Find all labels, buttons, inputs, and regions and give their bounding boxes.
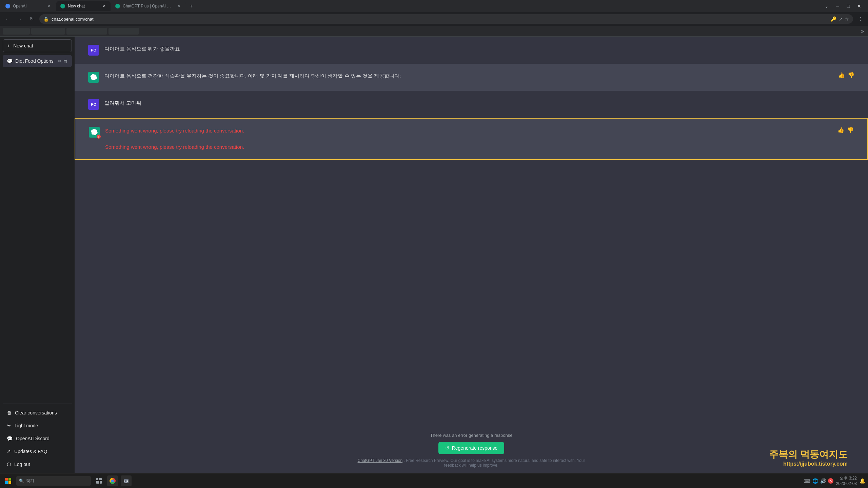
map-taskbar-icon[interactable] — [121, 475, 132, 486]
svg-rect-4 — [96, 478, 98, 480]
browser-chrome: OpenAI ✕ New chat ✕ ChatGPT Plus | OpenA… — [0, 0, 868, 37]
key-icon[interactable]: 🔑 — [831, 16, 836, 22]
message-row-error: ! Something went wrong, please try reloa… — [75, 118, 868, 160]
user-avatar-2: PO — [88, 99, 99, 110]
bookmark-4[interactable] — [108, 28, 139, 35]
taskbar-search[interactable]: 🔍 찾기 — [16, 476, 91, 486]
new-tab-button[interactable]: + — [186, 1, 196, 11]
svg-rect-14 — [127, 481, 128, 482]
error-line-1: Something went wrong, please try reloadi… — [105, 127, 832, 135]
minimize-icon[interactable]: ─ — [833, 1, 842, 11]
logout-label: Log out — [14, 462, 30, 467]
user-avatar-1: PO — [88, 45, 99, 56]
updates-faq-button[interactable]: ↗ Updates & FAQ — [3, 445, 72, 458]
back-button[interactable]: ← — [3, 14, 12, 24]
refresh-button[interactable]: ↻ — [27, 14, 37, 24]
taskview-icon — [96, 478, 102, 484]
light-mode-button[interactable]: ☀ Light mode — [3, 420, 72, 432]
light-mode-icon: ☀ — [7, 423, 11, 428]
tab-new-chat[interactable]: New chat ✕ — [56, 1, 111, 11]
regenerate-button[interactable]: ↺ Regenerate response — [438, 442, 505, 454]
svg-rect-1 — [8, 478, 11, 481]
chat-icon: 💬 — [7, 58, 13, 64]
discord-button[interactable]: 💬 OpenAI Discord — [3, 432, 72, 445]
system-tray-icons: ⌨ 🌐 🔊 ✕ — [804, 478, 833, 484]
footer-link[interactable]: ChatGPT Jan 30 Version — [358, 458, 403, 463]
error-message-actions: 👍 👎 — [837, 127, 854, 133]
keyboard-icon: ⌨ — [804, 478, 810, 484]
close-window-icon[interactable]: ✕ — [854, 1, 864, 11]
tab-nav-icons: ⌄ ─ □ ✕ — [822, 1, 867, 11]
error-line-2: Something went wrong, please try reloadi… — [105, 143, 832, 151]
bot-avatar-2: ! — [89, 127, 100, 138]
updates-icon: ↗ — [7, 449, 11, 454]
address-icons: 🔑 ↗ ☆ — [831, 16, 849, 22]
discord-icon: 💬 — [7, 436, 13, 441]
thumbs-up-icon-2[interactable]: 👍 — [837, 127, 844, 133]
clear-label: Clear conversations — [15, 410, 57, 415]
taskbar-search-text: 찾기 — [26, 478, 34, 484]
bookmark-2[interactable] — [31, 28, 65, 35]
svg-rect-11 — [127, 480, 128, 481]
edit-chat-icon[interactable]: ✏ — [58, 58, 62, 64]
openai-logo-svg — [90, 74, 97, 81]
thumbs-up-icon-1[interactable]: 👍 — [838, 72, 845, 78]
tab-chatgpt-plus[interactable]: ChatGPT Plus | OpenAI Help Ce… ✕ — [111, 1, 186, 11]
network-icon: 🌐 — [812, 478, 818, 484]
tab3-close[interactable]: ✕ — [176, 3, 182, 9]
bookmark-1[interactable] — [3, 28, 30, 35]
address-bar[interactable]: 🔒 chat.openai.com/chat 🔑 ↗ ☆ — [39, 14, 853, 24]
message-content-2: 다이어트 음식으로 건강한 식습관을 유지하는 것이 중요합니다. 아래 몇 가… — [104, 72, 833, 80]
message-content-3: 알려줘서 고마워 — [104, 99, 854, 107]
svg-rect-2 — [5, 481, 8, 484]
clear-conversations-button[interactable]: 🗑 Clear conversations — [3, 407, 72, 419]
messages-container: PO 다이어트 음식으로 뭐가 좋을까요 다이어트 음식으로 건강한 식습관을 … — [75, 37, 868, 427]
notification-close[interactable]: ✕ — [828, 478, 833, 484]
tab3-favicon — [115, 4, 120, 8]
address-bar-row: ← → ↻ 🔒 chat.openai.com/chat 🔑 ↗ ☆ ⋮ — [0, 12, 868, 26]
updates-label: Updates & FAQ — [14, 449, 47, 454]
bookmarks-bar: » — [0, 26, 868, 37]
tab-list-icon[interactable]: ⌄ — [822, 1, 831, 11]
regenerate-label: Regenerate response — [452, 445, 498, 451]
date-display: 2023-02-03 — [836, 481, 857, 486]
svg-rect-9 — [124, 480, 125, 481]
sidebar: + New chat 💬 Diet Food Options ✏ 🗑 🗑 Cle… — [0, 37, 75, 473]
tab1-close[interactable]: ✕ — [46, 3, 52, 9]
bookmark-3[interactable] — [66, 28, 107, 35]
start-button[interactable] — [3, 475, 14, 486]
thumbs-down-icon-2[interactable]: 👎 — [847, 127, 854, 133]
logout-button[interactable]: ⬡ Log out — [3, 458, 72, 470]
forward-button[interactable]: → — [15, 14, 24, 24]
extensions-icon[interactable]: ⋮ — [856, 14, 865, 24]
svg-rect-7 — [100, 481, 102, 484]
message-row-user-1: PO 다이어트 음식으로 뭐가 좋을까요 — [75, 37, 868, 64]
address-text: chat.openai.com/chat — [52, 17, 94, 22]
message-row-assistant-1: 다이어트 음식으로 건강한 식습관을 유지하는 것이 중요합니다. 아래 몇 가… — [75, 64, 868, 91]
tab2-close[interactable]: ✕ — [101, 3, 106, 9]
light-mode-label: Light mode — [15, 423, 38, 428]
taskview-button[interactable] — [94, 475, 104, 486]
chat-item-diet[interactable]: 💬 Diet Food Options ✏ 🗑 — [3, 55, 72, 67]
chat-bottom: There was an error generating a response… — [75, 427, 868, 473]
new-chat-label: New chat — [13, 43, 33, 48]
share-icon[interactable]: ↗ — [839, 16, 843, 22]
openai-logo-svg-2 — [91, 129, 98, 136]
thumbs-down-icon-1[interactable]: 👎 — [848, 72, 854, 78]
restore-icon[interactable]: □ — [844, 1, 853, 11]
building-icon — [123, 478, 129, 484]
bookmark-icon[interactable]: ☆ — [845, 16, 849, 22]
regenerate-icon: ↺ — [445, 445, 449, 451]
svg-rect-10 — [126, 480, 126, 481]
app-container: + New chat 💬 Diet Food Options ✏ 🗑 🗑 Cle… — [0, 37, 868, 473]
chat-item-actions: ✏ 🗑 — [58, 58, 68, 64]
chrome-taskbar-icon[interactable] — [107, 475, 118, 486]
delete-chat-icon[interactable]: 🗑 — [63, 58, 68, 64]
bookmarks-expand[interactable]: » — [860, 28, 865, 34]
error-message-content: Something went wrong, please try reloadi… — [105, 127, 832, 151]
tab-openai[interactable]: OpenAI ✕ — [1, 1, 56, 11]
tab2-title: New chat — [68, 4, 98, 8]
new-chat-button[interactable]: + New chat — [3, 39, 72, 52]
tab1-title: OpenAI — [13, 4, 43, 8]
notification-icon[interactable]: 🔔 — [860, 478, 865, 484]
